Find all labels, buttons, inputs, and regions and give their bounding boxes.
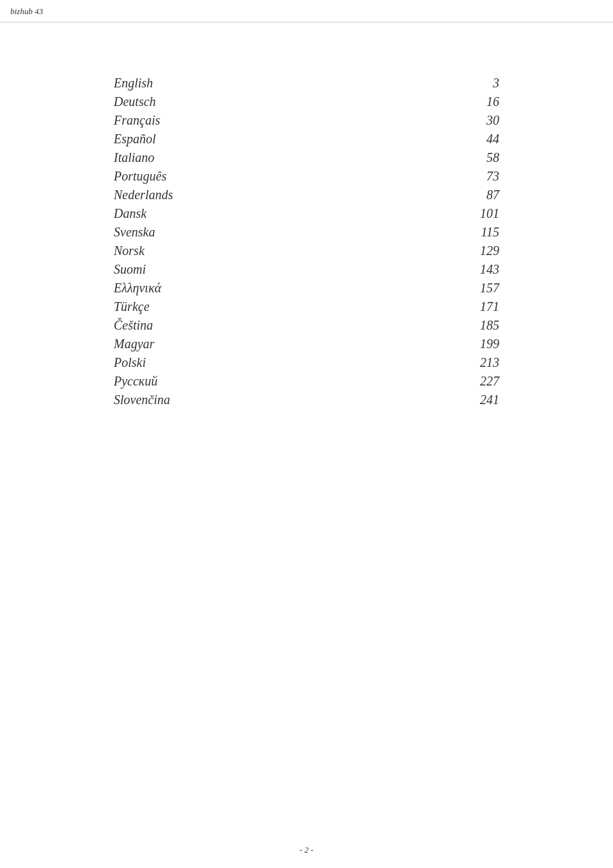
toc-page-9: 129 [467,244,499,258]
toc-page-11: 157 [467,281,499,296]
toc-row: Italiano58 [114,148,499,167]
toc-language-14: Magyar [114,337,242,351]
toc-page-17: 241 [467,393,499,407]
toc-page-6: 87 [467,188,499,202]
document-title: bizhub 43 [10,6,43,16]
toc-row: Português73 [114,167,499,186]
toc-page-10: 143 [467,262,499,277]
toc-row: English3 [114,74,499,93]
toc-row: Türkçe171 [114,297,499,316]
toc-page-3: 44 [467,132,499,146]
toc-page-14: 199 [467,337,499,351]
toc-row: Čeština185 [114,316,499,335]
toc-page-8: 115 [467,225,499,240]
toc-language-7: Dansk [114,206,242,221]
toc-row: Nederlands87 [114,186,499,204]
toc-row: Norsk129 [114,242,499,260]
page-footer: - 2 - [0,845,613,855]
toc-language-1: Deutsch [114,94,242,109]
toc-language-0: English [114,76,242,91]
toc-page-12: 171 [467,299,499,314]
toc-row: Ελληνικά157 [114,279,499,297]
toc-row: Русский227 [114,372,499,391]
toc-page-4: 58 [467,150,499,165]
toc-table: English3Deutsch16Français30Español44Ital… [114,74,499,409]
toc-language-13: Čeština [114,318,242,333]
toc-page-7: 101 [467,206,499,221]
toc-page-13: 185 [467,318,499,333]
toc-row: Polski213 [114,353,499,372]
toc-page-0: 3 [467,76,499,91]
toc-language-17: Slovenčina [114,393,242,407]
toc-language-3: Español [114,132,242,146]
toc-language-15: Polski [114,355,242,370]
toc-row: Slovenčina241 [114,391,499,409]
toc-language-16: Русский [114,374,242,389]
toc-language-4: Italiano [114,150,242,165]
toc-row: Dansk101 [114,204,499,223]
toc-language-12: Türkçe [114,299,242,314]
toc-row: Suomi143 [114,260,499,279]
toc-page-15: 213 [467,355,499,370]
page-header: bizhub 43 [0,0,613,22]
toc-language-2: Français [114,113,242,128]
toc-row: Deutsch16 [114,93,499,111]
page-number: - 2 - [299,845,314,855]
toc-language-6: Nederlands [114,188,242,202]
main-content: English3Deutsch16Français30Español44Ital… [0,22,613,448]
toc-row: Svenska115 [114,223,499,242]
toc-row: Magyar199 [114,335,499,353]
toc-row: Español44 [114,130,499,148]
toc-page-1: 16 [467,94,499,109]
toc-language-8: Svenska [114,225,242,240]
toc-page-2: 30 [467,113,499,128]
toc-language-5: Português [114,169,242,184]
toc-page-16: 227 [467,374,499,389]
toc-language-11: Ελληνικά [114,281,242,296]
toc-language-10: Suomi [114,262,242,277]
toc-row: Français30 [114,111,499,130]
toc-page-5: 73 [467,169,499,184]
toc-language-9: Norsk [114,244,242,258]
